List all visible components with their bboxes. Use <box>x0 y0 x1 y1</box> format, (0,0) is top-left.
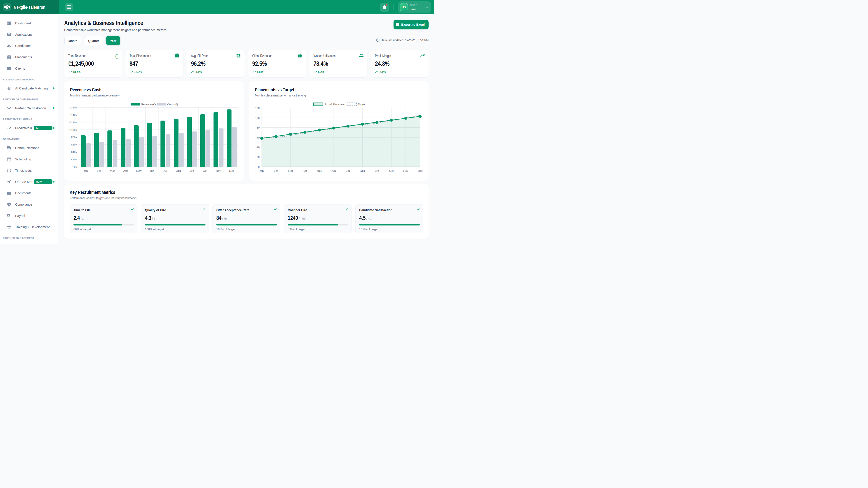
svg-text:May: May <box>136 169 142 172</box>
svg-text:80: 80 <box>256 126 260 129</box>
svg-text:20: 20 <box>256 155 260 159</box>
svg-text:Feb: Feb <box>97 169 101 172</box>
svg-text:Jan: Jan <box>84 169 88 172</box>
svg-text:Jul: Jul <box>163 169 167 172</box>
svg-text:100: 100 <box>255 116 260 119</box>
svg-text:Costs (€): Costs (€) <box>167 102 178 106</box>
svg-text:Mar: Mar <box>288 169 293 172</box>
svg-text:60: 60 <box>256 135 260 139</box>
svg-text:Revenue (€): Revenue (€) <box>141 102 156 106</box>
svg-text:€20k: €20k <box>71 158 77 161</box>
svg-text:Apr: Apr <box>123 169 128 172</box>
svg-text:€160k: €160k <box>69 105 77 109</box>
svg-text:Jan: Jan <box>259 169 264 172</box>
svg-text:Nov: Nov <box>403 169 408 172</box>
svg-text:Dec: Dec <box>418 169 423 172</box>
svg-text:Sep: Sep <box>375 169 379 172</box>
svg-text:Jun: Jun <box>150 169 154 172</box>
svg-text:€100k: €100k <box>69 128 77 131</box>
svg-text:€0k: €0k <box>72 165 77 168</box>
svg-text:Jul: Jul <box>346 169 350 172</box>
svg-text:Actual Placements: Actual Placements <box>324 103 346 106</box>
svg-text:Aug: Aug <box>176 169 181 172</box>
svg-text:€140k: €140k <box>69 113 77 116</box>
svg-text:0: 0 <box>258 165 260 168</box>
svg-text:€40k: €40k <box>71 150 77 154</box>
svg-text:Feb: Feb <box>274 169 278 172</box>
svg-text:40: 40 <box>256 145 260 149</box>
svg-text:Apr: Apr <box>303 169 307 172</box>
svg-text:Oct: Oct <box>203 169 208 172</box>
svg-text:May: May <box>316 169 322 172</box>
svg-text:Nov: Nov <box>216 169 221 172</box>
svg-text:€60k: €60k <box>71 143 77 146</box>
svg-text:Mar: Mar <box>110 169 115 172</box>
svg-text:Oct: Oct <box>389 169 394 172</box>
svg-text:€120k: €120k <box>69 121 77 124</box>
svg-text:Sep: Sep <box>190 169 194 172</box>
svg-text:Dec: Dec <box>229 169 234 172</box>
svg-text:120: 120 <box>255 106 260 109</box>
svg-text:Aug: Aug <box>360 169 365 172</box>
svg-text:Target: Target <box>358 103 365 106</box>
svg-text:Jun: Jun <box>332 169 336 172</box>
svg-text:€80k: €80k <box>71 135 77 139</box>
